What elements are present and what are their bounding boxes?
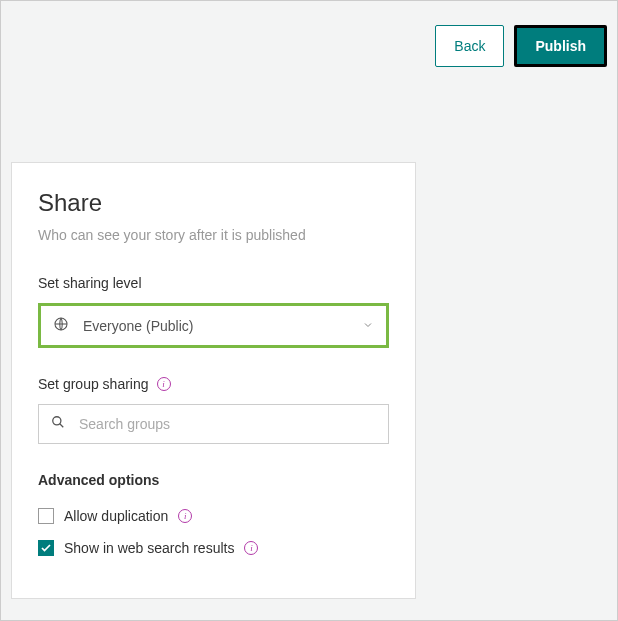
allow-duplication-label: Allow duplication [64,508,168,524]
info-icon[interactable]: i [157,377,171,391]
show-in-search-label: Show in web search results [64,540,234,556]
group-search-box[interactable] [38,404,389,444]
sharing-level-select[interactable]: Everyone (Public) [38,303,389,348]
info-icon[interactable]: i [178,509,192,523]
globe-icon [53,316,69,335]
search-icon [51,415,65,433]
group-sharing-label: Set group sharing [38,376,149,392]
allow-duplication-checkbox[interactable] [38,508,54,524]
sharing-selected-value: Everyone (Public) [83,318,194,334]
show-in-search-checkbox[interactable] [38,540,54,556]
chevron-down-icon [362,317,374,335]
panel-subtitle: Who can see your story after it is publi… [38,227,389,243]
svg-point-1 [53,417,61,425]
back-button[interactable]: Back [435,25,504,67]
advanced-options-title: Advanced options [38,472,389,488]
sharing-level-label: Set sharing level [38,275,389,291]
publish-button[interactable]: Publish [514,25,607,67]
svg-line-2 [60,424,64,428]
info-icon[interactable]: i [244,541,258,555]
group-search-input[interactable] [79,416,376,432]
panel-title: Share [38,189,389,217]
share-panel: Share Who can see your story after it is… [11,162,416,599]
